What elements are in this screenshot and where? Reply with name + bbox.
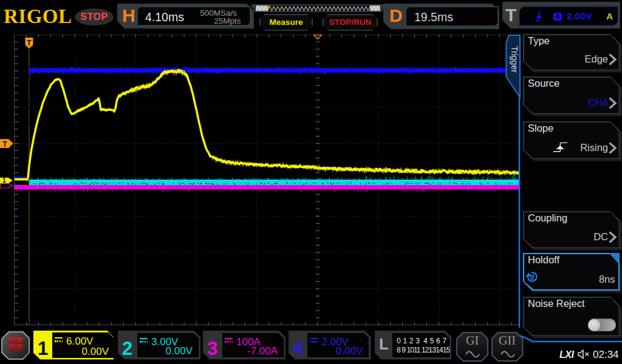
svg-text:Trigger: Trigger (510, 46, 519, 73)
